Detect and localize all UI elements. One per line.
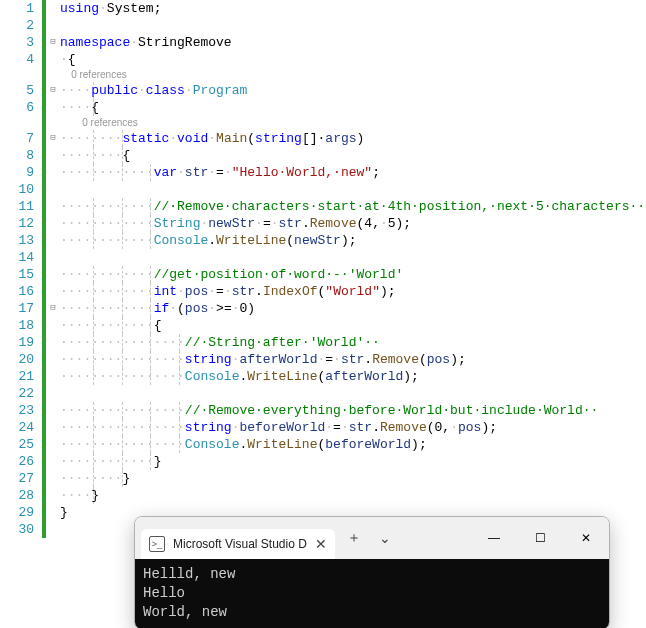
line-number: 13 xyxy=(0,232,42,249)
code-content[interactable]: ············if·(pos·>=·0) xyxy=(60,300,646,317)
code-line[interactable]: 3⊟namespace·StringRemove xyxy=(0,34,646,51)
window-minimize-button[interactable]: — xyxy=(471,517,517,559)
code-line[interactable]: 2 xyxy=(0,17,646,34)
code-line[interactable]: 11············//·Remove·characters·start… xyxy=(0,198,646,215)
change-marker xyxy=(42,385,46,402)
line-number: 23 xyxy=(0,402,42,419)
terminal-tab-dropdown-button[interactable]: ⌄ xyxy=(371,526,399,550)
code-line[interactable]: 20················string·afterWorld·=·st… xyxy=(0,351,646,368)
code-content[interactable]: ················Console.WriteLine(before… xyxy=(60,436,646,453)
fold-toggle-icon[interactable]: ⊟ xyxy=(46,300,60,317)
line-number: 4 xyxy=(0,51,42,68)
code-line[interactable]: 10 xyxy=(0,181,646,198)
line-number: 11 xyxy=(0,198,42,215)
change-marker xyxy=(42,317,46,334)
codelens[interactable]: 0 references xyxy=(0,68,646,82)
code-content[interactable]: ········} xyxy=(60,470,646,487)
code-line[interactable]: 18············{ xyxy=(0,317,646,334)
code-line[interactable]: 26············} xyxy=(0,453,646,470)
line-number: 1 xyxy=(0,0,42,17)
code-line[interactable]: 19················//·String·after·'World… xyxy=(0,334,646,351)
line-number: 9 xyxy=(0,164,42,181)
change-marker xyxy=(42,470,46,487)
change-marker xyxy=(42,215,46,232)
code-content[interactable]: ················string·afterWorld·=·str.… xyxy=(60,351,646,368)
terminal-window: >_ Microsoft Visual Studio D ✕ ＋ ⌄ — ☐ ✕… xyxy=(134,516,610,628)
fold-toggle-icon[interactable]: ⊟ xyxy=(46,82,60,99)
terminal-new-tab-button[interactable]: ＋ xyxy=(339,525,369,551)
line-number: 6 xyxy=(0,99,42,116)
code-line[interactable]: 7⊟········static·void·Main(string[]·args… xyxy=(0,130,646,147)
line-number: 21 xyxy=(0,368,42,385)
change-marker xyxy=(42,351,46,368)
code-content[interactable]: ·{ xyxy=(60,51,646,68)
code-line[interactable]: 16············int·pos·=·str.IndexOf("Wor… xyxy=(0,283,646,300)
code-line[interactable]: 21················Console.WriteLine(afte… xyxy=(0,368,646,385)
code-content[interactable]: ················//·String·after·'World'·… xyxy=(60,334,646,351)
change-marker xyxy=(42,181,46,198)
code-line[interactable]: 28····} xyxy=(0,487,646,504)
code-line[interactable]: 8········{ xyxy=(0,147,646,164)
code-content[interactable]: ············//get·position·of·word·-·'Wo… xyxy=(60,266,646,283)
code-line[interactable]: 1using·System; xyxy=(0,0,646,17)
terminal-tab-close-icon[interactable]: ✕ xyxy=(315,536,327,552)
code-line[interactable]: 15············//get·position·of·word·-·'… xyxy=(0,266,646,283)
code-line[interactable]: 23················//·Remove·everything·b… xyxy=(0,402,646,419)
code-line[interactable]: 13············Console.WriteLine(newStr); xyxy=(0,232,646,249)
code-content[interactable]: namespace·StringRemove xyxy=(60,34,646,51)
code-line[interactable]: 27········} xyxy=(0,470,646,487)
change-marker xyxy=(42,147,46,164)
code-content[interactable]: ················Console.WriteLine(afterW… xyxy=(60,368,646,385)
fold-toggle-icon[interactable]: ⊟ xyxy=(46,130,60,147)
fold-toggle-icon[interactable]: ⊟ xyxy=(46,34,60,51)
line-number: 14 xyxy=(0,249,42,266)
code-line[interactable]: 17⊟············if·(pos·>=·0) xyxy=(0,300,646,317)
line-number: 12 xyxy=(0,215,42,232)
line-number: 15 xyxy=(0,266,42,283)
change-marker xyxy=(42,283,46,300)
change-marker xyxy=(42,198,46,215)
terminal-output[interactable]: Hellld, new Hello World, new xyxy=(135,559,609,628)
code-line[interactable]: 6····{ xyxy=(0,99,646,116)
change-marker xyxy=(42,504,46,521)
code-content[interactable]: ············} xyxy=(60,453,646,470)
change-marker xyxy=(42,402,46,419)
line-number: 25 xyxy=(0,436,42,453)
change-marker xyxy=(42,51,46,68)
code-content[interactable]: ················string·beforeWorld·=·str… xyxy=(60,419,646,436)
terminal-tab[interactable]: >_ Microsoft Visual Studio D ✕ xyxy=(141,529,335,559)
code-content[interactable]: ············Console.WriteLine(newStr); xyxy=(60,232,646,249)
code-line[interactable]: 24················string·beforeWorld·=·s… xyxy=(0,419,646,436)
line-number: 29 xyxy=(0,504,42,521)
code-content[interactable]: ········{ xyxy=(60,147,646,164)
code-line[interactable]: 4·{ xyxy=(0,51,646,68)
code-line[interactable]: 5⊟····public·class·Program xyxy=(0,82,646,99)
code-content[interactable]: ········static·void·Main(string[]·args) xyxy=(60,130,646,147)
code-line[interactable]: 25················Console.WriteLine(befo… xyxy=(0,436,646,453)
line-number: 10 xyxy=(0,181,42,198)
code-content[interactable]: ····{ xyxy=(60,99,646,116)
line-number: 18 xyxy=(0,317,42,334)
code-content[interactable]: ············var·str·=·"Hello·World,·new"… xyxy=(60,164,646,181)
line-number: 30 xyxy=(0,521,42,538)
window-close-button[interactable]: ✕ xyxy=(563,517,609,559)
code-line[interactable]: 22 xyxy=(0,385,646,402)
code-content[interactable]: ············{ xyxy=(60,317,646,334)
code-content[interactable]: ············int·pos·=·str.IndexOf("World… xyxy=(60,283,646,300)
codelens[interactable]: 0 references xyxy=(0,116,646,130)
code-content[interactable]: ············String·newStr·=·str.Remove(4… xyxy=(60,215,646,232)
code-line[interactable]: 12············String·newStr·=·str.Remove… xyxy=(0,215,646,232)
code-content[interactable]: using·System; xyxy=(60,0,646,17)
code-content[interactable]: ····} xyxy=(60,487,646,504)
terminal-tab-controls: ＋ ⌄ xyxy=(339,517,399,559)
window-maximize-button[interactable]: ☐ xyxy=(517,517,563,559)
code-content[interactable]: ····public·class·Program xyxy=(60,82,646,99)
line-number: 24 xyxy=(0,419,42,436)
code-line[interactable]: 9············var·str·=·"Hello·World,·new… xyxy=(0,164,646,181)
code-content[interactable]: ················//·Remove·everything·bef… xyxy=(60,402,646,419)
line-number: 20 xyxy=(0,351,42,368)
code-content[interactable]: ············//·Remove·characters·start·a… xyxy=(60,198,646,215)
terminal-titlebar: >_ Microsoft Visual Studio D ✕ ＋ ⌄ — ☐ ✕ xyxy=(135,517,609,559)
change-marker xyxy=(42,453,46,470)
code-line[interactable]: 14 xyxy=(0,249,646,266)
